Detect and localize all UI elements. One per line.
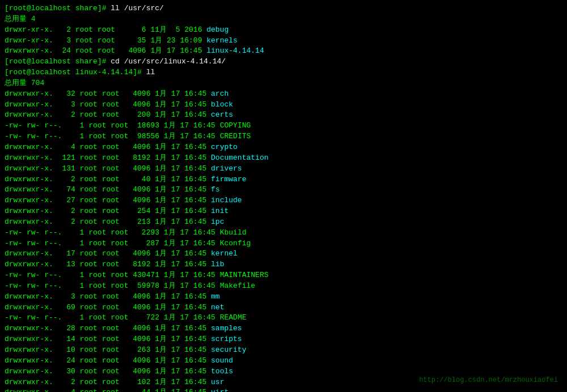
terminal-line: drwxrwxr-x. 2 root root 254 1月 17 16:45 … (5, 206, 562, 217)
terminal-line: drwxrwxr-x. 24 root root 4096 1月 17 16:4… (5, 356, 562, 367)
terminal-line: drwxrwxr-x. 24 root root 4096 1月 17 16:4… (5, 46, 562, 57)
terminal-line: [root@localhost linux-4.14.14]# ll (5, 67, 562, 78)
terminal-line: -rw- rw- r--. 1 root root 98556 1月 17 16… (5, 131, 562, 142)
terminal-line: drwxrwxr-x. 27 root root 4096 1月 17 16:4… (5, 195, 562, 206)
terminal-line: drwxrwxr-x. 4 root root 4096 1月 17 16:45… (5, 142, 562, 153)
terminal-line: drwxrwxr-x. 69 root root 4096 1月 17 16:4… (5, 302, 562, 313)
watermark: http://blog.csdn.net/mrzhouxiaofei (419, 376, 558, 384)
terminal-line: drwxrwxr-x. 2 root root 40 1月 17 16:45 f… (5, 174, 562, 185)
terminal-line: drwxrwxr-x. 2 root root 200 1月 17 16:45 … (5, 110, 562, 121)
terminal-line: drwxrwxr-x. 3 root root 4096 1月 17 16:45… (5, 292, 562, 302)
terminal-line: -rw- rw- r--. 1 root root 722 1月 17 16:4… (5, 313, 562, 323)
terminal-line: drwxrwxr-x. 4 root root 44 1月 17 16:45 v… (5, 387, 562, 392)
terminal-line: 总用量 704 (5, 78, 562, 89)
terminal-line: drwxrwxr-x. 13 root root 8192 1月 17 16:4… (5, 259, 562, 270)
terminal-line: drwxrwxr-x. 121 root root 8192 1月 17 16:… (5, 153, 562, 164)
terminal-line: drwxrwxr-x. 74 root root 4096 1月 17 16:4… (5, 185, 562, 195)
terminal-line: drwxrwxr-x. 10 root root 263 1月 17 16:45… (5, 345, 562, 356)
terminal-line: -rw- rw- r--. 1 root root 18693 1月 17 16… (5, 121, 562, 131)
terminal-line: drwxrwxr-x. 2 root root 213 1月 17 16:45 … (5, 217, 562, 228)
terminal-line: drwxrwxr-x. 28 root root 4096 1月 17 16:4… (5, 323, 562, 334)
terminal-line: drwxrwxr-x. 30 root root 4096 1月 17 16:4… (5, 367, 562, 377)
terminal-line: [root@localhost share]# ll /usr/src/ (5, 3, 562, 14)
terminal-line: drwxr-xr-x. 3 root root 35 1月 23 16:09 k… (5, 36, 562, 46)
terminal-line: -rw- rw- r--. 1 root root 2293 1月 17 16:… (5, 228, 562, 238)
terminal-line: 总用量 4 (5, 14, 562, 25)
terminal-line: drwxrwxr-x. 32 root root 4096 1月 17 16:4… (5, 89, 562, 100)
terminal-line: -rw- rw- r--. 1 root root 287 1月 17 16:4… (5, 238, 562, 249)
terminal-line: [root@localhost share]# cd /usr/src/linu… (5, 57, 562, 67)
terminal-line: -rw- rw- r--. 1 root root 59978 1月 17 16… (5, 281, 562, 292)
terminal-line: drwxrwxr-x. 3 root root 4096 1月 17 16:45… (5, 100, 562, 110)
terminal-line: drwxr-xr-x. 2 root root 6 11月 5 2016 deb… (5, 25, 562, 36)
terminal-line: drwxrwxr-x. 17 root root 4096 1月 17 16:4… (5, 249, 562, 259)
terminal-line: drwxrwxr-x. 14 root root 4096 1月 17 16:4… (5, 334, 562, 345)
terminal-line: -rw- rw- r--. 1 root root 430471 1月 17 1… (5, 270, 562, 281)
terminal-line: drwxrwxr-x. 131 root root 4096 1月 17 16:… (5, 164, 562, 174)
terminal: [root@localhost share]# ll /usr/src/总用量 … (5, 3, 562, 389)
